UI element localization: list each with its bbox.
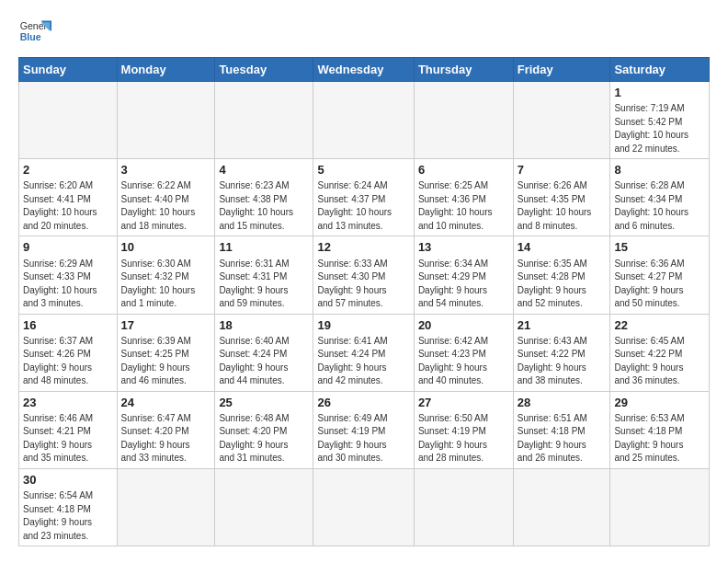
- week-row-2: 2Sunrise: 6:20 AM Sunset: 4:41 PM Daylig…: [19, 159, 710, 236]
- svg-text:Blue: Blue: [20, 31, 41, 42]
- day-cell: 23Sunrise: 6:46 AM Sunset: 4:21 PM Dayli…: [19, 391, 118, 468]
- day-number: 15: [614, 239, 705, 256]
- day-info: Sunrise: 6:54 AM Sunset: 4:18 PM Dayligh…: [23, 489, 113, 543]
- day-number: 1: [614, 85, 705, 101]
- day-info: Sunrise: 6:50 AM Sunset: 4:19 PM Dayligh…: [418, 412, 509, 465]
- day-cell: 9Sunrise: 6:29 AM Sunset: 4:33 PM Daylig…: [19, 236, 118, 314]
- day-number: 19: [317, 317, 409, 334]
- day-cell: 3Sunrise: 6:22 AM Sunset: 4:40 PM Daylig…: [117, 159, 215, 236]
- day-number: 28: [518, 395, 607, 411]
- day-number: 9: [23, 239, 113, 256]
- logo: General Blue: [18, 15, 51, 48]
- day-info: Sunrise: 6:30 AM Sunset: 4:32 PM Dayligh…: [121, 258, 211, 311]
- day-number: 25: [219, 395, 309, 411]
- weekday-header-saturday: Saturday: [610, 58, 710, 82]
- day-cell: 17Sunrise: 6:39 AM Sunset: 4:25 PM Dayli…: [117, 314, 215, 391]
- day-cell: 24Sunrise: 6:47 AM Sunset: 4:20 PM Dayli…: [117, 391, 215, 468]
- day-info: Sunrise: 6:39 AM Sunset: 4:25 PM Dayligh…: [121, 335, 211, 388]
- page: General Blue SundayMondayTuesdayWednesda…: [0, 0, 728, 563]
- day-info: Sunrise: 6:33 AM Sunset: 4:30 PM Dayligh…: [317, 258, 409, 311]
- day-info: Sunrise: 6:20 AM Sunset: 4:41 PM Dayligh…: [23, 179, 113, 233]
- day-cell: 8Sunrise: 6:28 AM Sunset: 4:34 PM Daylig…: [610, 159, 710, 236]
- day-info: Sunrise: 6:36 AM Sunset: 4:27 PM Dayligh…: [614, 258, 705, 311]
- day-number: 20: [418, 317, 509, 334]
- day-info: Sunrise: 6:46 AM Sunset: 4:21 PM Dayligh…: [23, 412, 113, 465]
- day-number: 29: [614, 395, 705, 411]
- day-info: Sunrise: 6:51 AM Sunset: 4:18 PM Dayligh…: [518, 412, 607, 465]
- day-info: Sunrise: 6:28 AM Sunset: 4:34 PM Dayligh…: [614, 179, 705, 233]
- weekday-header-tuesday: Tuesday: [215, 58, 313, 82]
- day-cell: 12Sunrise: 6:33 AM Sunset: 4:30 PM Dayli…: [313, 236, 414, 314]
- day-number: 12: [317, 239, 409, 256]
- day-cell: 18Sunrise: 6:40 AM Sunset: 4:24 PM Dayli…: [215, 314, 313, 391]
- day-info: Sunrise: 6:22 AM Sunset: 4:40 PM Dayligh…: [121, 179, 211, 233]
- day-cell: [414, 468, 513, 546]
- day-cell: [513, 82, 610, 159]
- weekday-header-monday: Monday: [117, 58, 215, 82]
- day-info: Sunrise: 6:31 AM Sunset: 4:31 PM Dayligh…: [219, 258, 309, 311]
- day-info: Sunrise: 6:40 AM Sunset: 4:24 PM Dayligh…: [219, 335, 309, 388]
- day-info: Sunrise: 6:45 AM Sunset: 4:22 PM Dayligh…: [614, 335, 705, 388]
- weekday-header-row: SundayMondayTuesdayWednesdayThursdayFrid…: [19, 58, 710, 82]
- day-info: Sunrise: 6:24 AM Sunset: 4:37 PM Dayligh…: [317, 179, 409, 233]
- week-row-3: 9Sunrise: 6:29 AM Sunset: 4:33 PM Daylig…: [19, 236, 710, 314]
- day-cell: 28Sunrise: 6:51 AM Sunset: 4:18 PM Dayli…: [513, 391, 610, 468]
- day-number: 16: [23, 317, 113, 334]
- day-cell: 1Sunrise: 7:19 AM Sunset: 5:42 PM Daylig…: [610, 82, 710, 159]
- day-cell: 19Sunrise: 6:41 AM Sunset: 4:24 PM Dayli…: [313, 314, 414, 391]
- day-cell: 21Sunrise: 6:43 AM Sunset: 4:22 PM Dayli…: [513, 314, 610, 391]
- weekday-header-thursday: Thursday: [414, 58, 513, 82]
- weekday-header-wednesday: Wednesday: [313, 58, 414, 82]
- day-cell: [117, 468, 215, 546]
- day-cell: [313, 468, 414, 546]
- day-cell: 25Sunrise: 6:48 AM Sunset: 4:20 PM Dayli…: [215, 391, 313, 468]
- day-cell: [610, 468, 710, 546]
- day-cell: 6Sunrise: 6:25 AM Sunset: 4:36 PM Daylig…: [414, 159, 513, 236]
- day-cell: 15Sunrise: 6:36 AM Sunset: 4:27 PM Dayli…: [610, 236, 710, 314]
- day-info: Sunrise: 6:25 AM Sunset: 4:36 PM Dayligh…: [418, 179, 509, 233]
- week-row-5: 23Sunrise: 6:46 AM Sunset: 4:21 PM Dayli…: [19, 391, 710, 468]
- day-cell: 29Sunrise: 6:53 AM Sunset: 4:18 PM Dayli…: [610, 391, 710, 468]
- day-number: 18: [219, 317, 309, 334]
- day-info: Sunrise: 6:48 AM Sunset: 4:20 PM Dayligh…: [219, 412, 309, 465]
- day-number: 3: [121, 162, 211, 178]
- day-number: 27: [418, 395, 509, 411]
- day-cell: 27Sunrise: 6:50 AM Sunset: 4:19 PM Dayli…: [414, 391, 513, 468]
- day-info: Sunrise: 6:53 AM Sunset: 4:18 PM Dayligh…: [614, 412, 705, 465]
- week-row-4: 16Sunrise: 6:37 AM Sunset: 4:26 PM Dayli…: [19, 314, 710, 391]
- day-number: 21: [518, 317, 607, 334]
- day-cell: 2Sunrise: 6:20 AM Sunset: 4:41 PM Daylig…: [19, 159, 118, 236]
- day-number: 10: [121, 239, 211, 256]
- day-info: Sunrise: 6:49 AM Sunset: 4:19 PM Dayligh…: [317, 412, 409, 465]
- day-info: Sunrise: 6:41 AM Sunset: 4:24 PM Dayligh…: [317, 335, 409, 388]
- day-info: Sunrise: 6:29 AM Sunset: 4:33 PM Dayligh…: [23, 258, 113, 311]
- day-number: 4: [219, 162, 309, 178]
- day-number: 6: [418, 162, 509, 178]
- day-cell: [513, 468, 610, 546]
- day-cell: 4Sunrise: 6:23 AM Sunset: 4:38 PM Daylig…: [215, 159, 313, 236]
- day-number: 11: [219, 239, 309, 256]
- day-cell: [215, 468, 313, 546]
- day-number: 17: [121, 317, 211, 334]
- day-cell: [215, 82, 313, 159]
- day-info: Sunrise: 6:26 AM Sunset: 4:35 PM Dayligh…: [518, 179, 607, 233]
- day-info: Sunrise: 6:34 AM Sunset: 4:29 PM Dayligh…: [418, 258, 509, 311]
- day-cell: [313, 82, 414, 159]
- day-info: Sunrise: 7:19 AM Sunset: 5:42 PM Dayligh…: [614, 102, 705, 155]
- day-number: 7: [518, 162, 607, 178]
- day-cell: [117, 82, 215, 159]
- day-info: Sunrise: 6:37 AM Sunset: 4:26 PM Dayligh…: [23, 335, 113, 388]
- day-number: 24: [121, 395, 211, 411]
- day-number: 2: [23, 162, 113, 178]
- day-number: 14: [518, 239, 607, 256]
- day-cell: 22Sunrise: 6:45 AM Sunset: 4:22 PM Dayli…: [610, 314, 710, 391]
- day-number: 30: [23, 472, 113, 488]
- day-cell: 30Sunrise: 6:54 AM Sunset: 4:18 PM Dayli…: [19, 468, 118, 546]
- day-info: Sunrise: 6:23 AM Sunset: 4:38 PM Dayligh…: [219, 179, 309, 233]
- day-info: Sunrise: 6:43 AM Sunset: 4:22 PM Dayligh…: [518, 335, 607, 388]
- day-cell: 7Sunrise: 6:26 AM Sunset: 4:35 PM Daylig…: [513, 159, 610, 236]
- calendar-table: SundayMondayTuesdayWednesdayThursdayFrid…: [18, 57, 710, 546]
- day-info: Sunrise: 6:47 AM Sunset: 4:20 PM Dayligh…: [121, 412, 211, 465]
- day-number: 13: [418, 239, 509, 256]
- weekday-header-friday: Friday: [513, 58, 610, 82]
